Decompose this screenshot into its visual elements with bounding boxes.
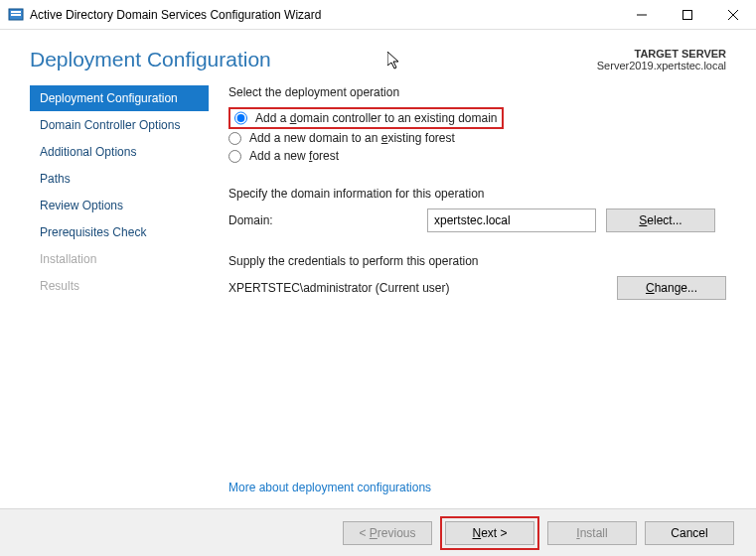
target-server-block: TARGET SERVER Server2019.xpertstec.local	[597, 48, 726, 71]
credentials-value: XPERTSTEC\administrator (Current user)	[228, 281, 607, 295]
wizard-footer: < Previous Next > Install Cancel	[0, 508, 756, 556]
sidebar-step-1[interactable]: Domain Controller Options	[30, 112, 209, 138]
credentials-row: XPERTSTEC\administrator (Current user) C…	[228, 276, 726, 300]
titlebar: Active Directory Domain Services Configu…	[0, 0, 756, 30]
specify-domain-label: Specify the domain information for this …	[228, 187, 726, 201]
svg-rect-1	[11, 11, 21, 13]
window-controls	[619, 0, 756, 30]
minimize-button[interactable]	[619, 0, 665, 30]
radio-add-dc-label[interactable]: Add a domain controller to an existing d…	[255, 111, 498, 125]
select-domain-button[interactable]: Select...	[606, 208, 715, 232]
target-server-value: Server2019.xpertstec.local	[597, 60, 726, 71]
target-server-label: TARGET SERVER	[597, 48, 726, 60]
radio-add-domain-label[interactable]: Add a new domain to an existing forest	[249, 131, 455, 145]
sidebar-step-7: Results	[30, 273, 209, 299]
previous-button[interactable]: < Previous	[343, 521, 432, 545]
select-operation-label: Select the deployment operation	[228, 85, 726, 99]
wizard-body: Deployment ConfigurationDomain Controlle…	[0, 85, 756, 308]
change-credentials-button[interactable]: Change...	[617, 276, 726, 300]
sidebar-step-4[interactable]: Review Options	[30, 193, 209, 218]
radio-add-domain[interactable]	[228, 132, 241, 145]
sidebar-step-0[interactable]: Deployment Configuration	[30, 85, 209, 111]
highlighted-radio-add-dc: Add a domain controller to an existing d…	[228, 107, 504, 129]
radio-add-dc[interactable]	[234, 111, 247, 125]
cancel-button[interactable]: Cancel	[645, 521, 734, 545]
sidebar-step-6: Installation	[30, 246, 209, 272]
radio-new-forest-label[interactable]: Add a new forest	[249, 149, 339, 163]
install-button[interactable]: Install	[547, 521, 637, 545]
svg-rect-2	[11, 14, 21, 16]
close-button[interactable]	[710, 0, 756, 30]
wizard-steps-sidebar: Deployment ConfigurationDomain Controlle…	[30, 85, 209, 308]
page-title: Deployment Configuration	[30, 48, 271, 71]
highlighted-next: Next >	[440, 516, 539, 550]
sidebar-step-2[interactable]: Additional Options	[30, 139, 209, 165]
app-icon	[8, 7, 24, 23]
maximize-button[interactable]	[665, 0, 710, 30]
domain-row: Domain: Select...	[228, 208, 726, 232]
next-button[interactable]: Next >	[445, 521, 534, 545]
sidebar-step-3[interactable]: Paths	[30, 166, 209, 192]
more-info-link[interactable]: More about deployment configurations	[0, 481, 461, 494]
domain-field-label: Domain:	[228, 213, 427, 227]
wizard-header: Deployment Configuration TARGET SERVER S…	[0, 30, 756, 85]
credentials-label: Supply the credentials to perform this o…	[228, 254, 726, 268]
deployment-operation-radio-group: Add a domain controller to an existing d…	[228, 107, 726, 165]
wizard-content: Select the deployment operation Add a do…	[209, 85, 726, 308]
radio-new-forest[interactable]	[228, 150, 241, 163]
window-title: Active Directory Domain Services Configu…	[30, 8, 619, 22]
domain-input[interactable]	[427, 208, 596, 232]
svg-rect-4	[683, 10, 692, 19]
sidebar-step-5[interactable]: Prerequisites Check	[30, 219, 209, 245]
